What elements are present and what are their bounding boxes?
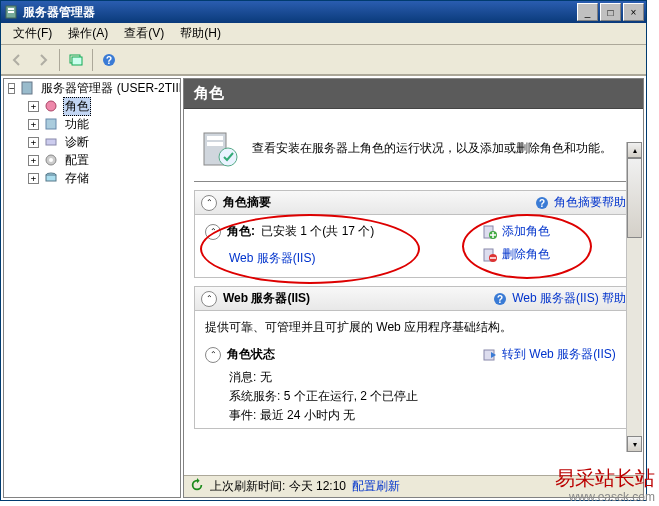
scroll-thumb[interactable]: [627, 158, 642, 238]
scroll-down-button[interactable]: ▾: [627, 436, 642, 452]
refresh-icon: [190, 478, 204, 495]
tree-item-config: + 配置: [24, 151, 180, 169]
collapse-button[interactable]: ⌃: [205, 224, 221, 240]
roles-label: 角色:: [227, 223, 255, 240]
svg-point-8: [46, 101, 56, 111]
app-icon: [3, 4, 19, 20]
tree-roles-label[interactable]: 角色: [63, 97, 91, 116]
panel-title: 角色: [184, 79, 643, 109]
tree-item-diagnostics: + 诊断: [24, 133, 180, 151]
svg-text:?: ?: [539, 198, 545, 209]
intro-section: 查看安装在服务器上角色的运行状况，以及添加或删除角色和功能。: [194, 119, 633, 182]
collapse-button[interactable]: ⌃: [201, 291, 217, 307]
add-role-link[interactable]: 添加角色: [482, 223, 622, 240]
menu-help[interactable]: 帮助(H): [172, 22, 229, 45]
expand-toggle[interactable]: +: [28, 155, 39, 166]
roles-summary-section: ⌃ 角色摘要 ? 角色摘要帮助 ⌃ 角色:: [194, 190, 633, 278]
msg-value: 无: [260, 370, 272, 384]
watermark: 易采站长站 www.easck.com: [555, 466, 655, 504]
menu-view[interactable]: 查看(V): [116, 22, 172, 45]
menu-bar: 文件(F) 操作(A) 查看(V) 帮助(H): [1, 23, 646, 45]
roles-large-icon: [198, 125, 240, 171]
roles-icon: [43, 98, 59, 114]
svg-rect-14: [46, 175, 56, 181]
maximize-button[interactable]: □: [600, 3, 621, 21]
remove-role-link[interactable]: 删除角色: [482, 246, 622, 263]
help-button[interactable]: ?: [97, 48, 121, 72]
expand-toggle[interactable]: +: [28, 101, 39, 112]
installed-role-link[interactable]: Web 服务器(IIS): [229, 251, 315, 265]
tree-config-label[interactable]: 配置: [63, 151, 91, 170]
tree-diagnostics-label[interactable]: 诊断: [63, 133, 91, 152]
iis-title: Web 服务器(IIS): [223, 290, 492, 307]
window-title: 服务器管理器: [23, 4, 577, 21]
close-button[interactable]: ×: [623, 3, 644, 21]
role-status-title: 角色状态: [227, 346, 275, 363]
expand-toggle[interactable]: −: [8, 83, 15, 94]
toolbar-separator: [92, 49, 93, 71]
config-refresh-link[interactable]: 配置刷新: [352, 478, 400, 495]
server-icon: [19, 80, 35, 96]
add-role-icon: [482, 224, 498, 240]
svg-rect-4: [72, 57, 82, 65]
svg-text:?: ?: [106, 55, 112, 66]
expand-toggle[interactable]: +: [28, 173, 39, 184]
summary-help-link[interactable]: ? 角色摘要帮助: [534, 194, 626, 211]
last-refresh-text: 上次刷新时间: 今天 12:10: [210, 478, 346, 495]
tree-item-features: + 功能: [24, 115, 180, 133]
tree-root-label[interactable]: 服务器管理器 (USER-2TIIHF: [39, 79, 181, 98]
features-icon: [43, 116, 59, 132]
tree-root: − 服务器管理器 (USER-2TIIHF: [4, 79, 180, 97]
svg-rect-2: [8, 11, 14, 13]
svg-rect-7: [22, 82, 32, 94]
nav-forward-button: [31, 48, 55, 72]
nav-back-button: [5, 48, 29, 72]
svc-label: 系统服务:: [229, 389, 280, 403]
toolbar: ?: [1, 45, 646, 75]
svg-rect-9: [46, 119, 56, 129]
svg-text:?: ?: [497, 294, 503, 305]
roles-count: 已安装 1 个(共 17 个): [261, 223, 374, 240]
summary-title: 角色摘要: [223, 194, 534, 211]
tree-features-label[interactable]: 功能: [63, 115, 91, 134]
expand-toggle[interactable]: +: [28, 137, 39, 148]
goto-iis-link[interactable]: 转到 Web 服务器(IIS): [482, 346, 622, 363]
tree-item-storage: + 存储: [24, 169, 180, 187]
msg-label: 消息:: [229, 370, 256, 384]
title-bar[interactable]: 服务器管理器 _ □ ×: [1, 1, 646, 23]
tree-view[interactable]: − 服务器管理器 (USER-2TIIHF + 角色 + 功能 +: [3, 78, 181, 498]
minimize-button[interactable]: _: [577, 3, 598, 21]
collapse-button[interactable]: ⌃: [201, 195, 217, 211]
vertical-scrollbar[interactable]: ▴ ▾: [626, 142, 642, 452]
main-panel: 角色 ▴ ▾ 查看安装在服务器上角色的运行状况，以及添加或删除角色和功能。 ⌃: [183, 78, 644, 498]
storage-icon: [43, 170, 59, 186]
intro-text: 查看安装在服务器上角色的运行状况，以及添加或删除角色和功能。: [252, 140, 612, 157]
goto-icon: [482, 347, 498, 363]
svc-value: 5 个正在运行, 2 个已停止: [284, 389, 419, 403]
svg-rect-10: [46, 139, 56, 145]
expand-toggle[interactable]: +: [28, 119, 39, 130]
toolbar-separator: [59, 49, 60, 71]
evt-label: 事件:: [229, 408, 256, 422]
svg-rect-1: [8, 8, 14, 10]
menu-file[interactable]: 文件(F): [5, 22, 60, 45]
server-manager-window: 服务器管理器 _ □ × 文件(F) 操作(A) 查看(V) 帮助(H) ? −…: [0, 0, 647, 501]
panel-body: ▴ ▾ 查看安装在服务器上角色的运行状况，以及添加或删除角色和功能。 ⌃ 角色摘…: [184, 109, 643, 475]
svg-rect-16: [207, 136, 223, 140]
iis-help-link[interactable]: ? Web 服务器(IIS) 帮助: [492, 290, 626, 307]
svg-point-18: [219, 148, 237, 166]
svg-rect-17: [207, 142, 223, 146]
menu-action[interactable]: 操作(A): [60, 22, 116, 45]
scroll-up-button[interactable]: ▴: [627, 142, 642, 158]
collapse-button[interactable]: ⌃: [205, 347, 221, 363]
evt-value: 最近 24 小时内 无: [260, 408, 355, 422]
iis-description: 提供可靠、可管理并且可扩展的 Web 应用程序基础结构。: [205, 319, 622, 336]
config-icon: [43, 152, 59, 168]
refresh-button[interactable]: [64, 48, 88, 72]
tree-storage-label[interactable]: 存储: [63, 169, 91, 188]
diagnostics-icon: [43, 134, 59, 150]
iis-section: ⌃ Web 服务器(IIS) ? Web 服务器(IIS) 帮助 提供可靠、可管…: [194, 286, 633, 429]
tree-item-roles: + 角色: [24, 97, 180, 115]
remove-role-icon: [482, 247, 498, 263]
content-area: − 服务器管理器 (USER-2TIIHF + 角色 + 功能 +: [1, 75, 646, 500]
